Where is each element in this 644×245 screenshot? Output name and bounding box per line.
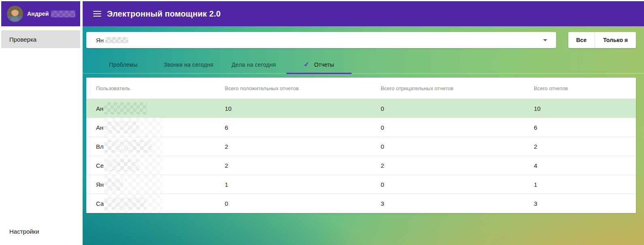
app-title: Электронный помощник 2.0	[107, 9, 221, 19]
table-row[interactable]: Ан606	[86, 118, 636, 137]
column-header-negative: Всего отрицательных отчетов	[371, 85, 524, 91]
menu-icon[interactable]	[93, 11, 101, 17]
scope-toggle-group: Все Только я	[568, 32, 636, 48]
positive-count: 10	[215, 105, 371, 112]
positive-count: 6	[215, 124, 371, 131]
total-count: 4	[524, 162, 636, 169]
positive-count: 1	[215, 181, 371, 188]
content-background: Ян Все Только я ПроблемыЗвонки на сегодн…	[83, 26, 644, 245]
tab-label: Проблемы	[109, 61, 137, 68]
blurred-user-name	[104, 102, 147, 114]
negative-count: 0	[371, 124, 524, 131]
negative-count: 2	[371, 162, 524, 169]
blurred-user-name	[104, 159, 139, 171]
blurred-user-name	[104, 140, 152, 152]
tab-2[interactable]: Звонки на сегодня	[156, 55, 221, 74]
user-cell: Се	[86, 159, 215, 171]
negative-count: 0	[371, 105, 524, 112]
reports-table-card: Пользователь Всего положительных отчетов…	[86, 78, 636, 213]
total-count: 2	[524, 143, 636, 150]
user-name-prefix: Вл	[96, 143, 104, 150]
column-header-positive: Всего положительных отчетов	[215, 85, 371, 91]
tab-label: Отчеты	[314, 61, 335, 68]
table-row[interactable]: Се224	[86, 156, 636, 175]
negative-count: 3	[371, 200, 524, 207]
tab-3[interactable]: Дела на сегодня	[221, 55, 286, 74]
check-icon: ✓	[304, 61, 309, 68]
select-value-blurred	[105, 37, 128, 43]
blurred-user-name	[104, 198, 146, 210]
table-header-row: Пользователь Всего положительных отчетов…	[86, 78, 636, 99]
tab-4[interactable]: ✓Отчеты	[286, 55, 352, 74]
table-row[interactable]: Ян101	[86, 175, 636, 194]
total-count: 3	[524, 200, 636, 207]
table-row[interactable]: Са033	[86, 194, 636, 213]
column-header-user: Пользователь	[86, 85, 215, 91]
positive-count: 0	[215, 200, 371, 207]
positive-count: 2	[215, 162, 371, 169]
user-surname-blurred	[51, 11, 75, 17]
user-name: Андрей	[27, 11, 49, 17]
app-bar: Электронный помощник 2.0	[83, 1, 644, 26]
select-value-prefix: Ян	[96, 37, 104, 44]
negative-count: 0	[371, 181, 524, 188]
user-name-prefix: Ан	[96, 105, 103, 112]
negative-count: 0	[371, 143, 524, 150]
page: Андрей Проверка Настройки Электронный по…	[0, 0, 644, 245]
user-cell: Вл	[86, 140, 215, 152]
table-row[interactable]: Ан10010	[86, 99, 636, 118]
column-header-total: Всего отчетов	[524, 85, 636, 91]
avatar	[7, 6, 23, 22]
all-button[interactable]: Все	[568, 32, 595, 48]
main-area: Электронный помощник 2.0 Ян Все Только я…	[83, 1, 644, 245]
user-select[interactable]: Ян	[86, 32, 556, 48]
user-cell: Ан	[86, 121, 215, 133]
user-panel[interactable]: Андрей	[1, 1, 80, 26]
sidebar-item-proverka[interactable]: Проверка	[1, 30, 80, 48]
user-name-prefix: Ян	[96, 181, 104, 188]
user-name-prefix: Се	[96, 162, 104, 169]
user-cell: Ан	[86, 102, 215, 114]
blurred-user-name	[104, 178, 123, 190]
total-count: 1	[524, 181, 636, 188]
tab-label: Звонки на сегодня	[164, 61, 213, 68]
sidebar-nav: Проверка	[1, 30, 80, 48]
user-name-prefix: Са	[96, 200, 104, 207]
positive-count: 2	[215, 143, 371, 150]
sidebar-item-settings[interactable]: Настройки	[9, 228, 39, 235]
table-body: Ан10010Ан606Вл202Се224Ян101Са033	[86, 99, 636, 213]
total-count: 6	[524, 124, 636, 131]
tab-bar: ПроблемыЗвонки на сегодняДела на сегодня…	[83, 55, 644, 74]
blurred-user-name	[104, 121, 138, 133]
toolbar: Ян Все Только я	[83, 26, 644, 48]
sidebar: Андрей Проверка Настройки	[1, 1, 80, 244]
user-cell: Ян	[86, 178, 215, 190]
table-row[interactable]: Вл202	[86, 137, 636, 156]
chevron-down-icon	[543, 39, 547, 41]
user-cell: Са	[86, 198, 215, 210]
total-count: 10	[524, 105, 636, 112]
only-me-button[interactable]: Только я	[595, 32, 636, 48]
user-name-prefix: Ан	[96, 124, 103, 131]
tab-label: Дела на сегодня	[232, 61, 276, 68]
tab-1[interactable]: Проблемы	[91, 55, 156, 74]
